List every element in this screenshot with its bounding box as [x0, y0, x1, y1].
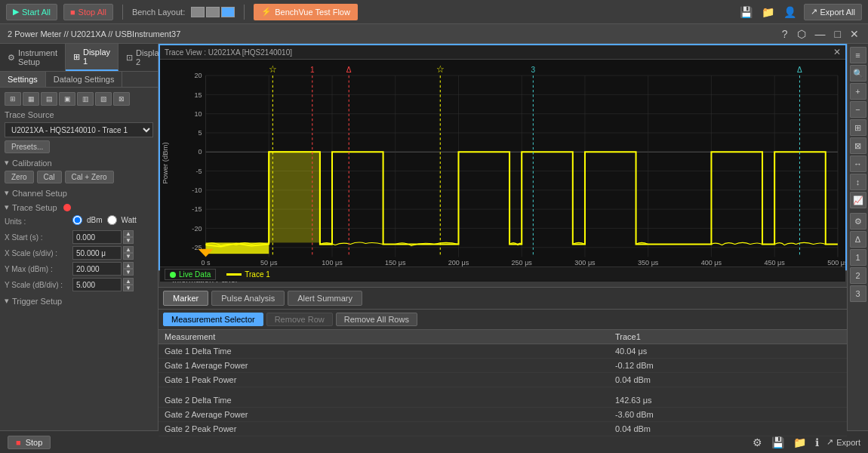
icon1[interactable]: ⊞: [5, 92, 21, 106]
bench-icon-2[interactable]: [206, 7, 220, 17]
export-all-button[interactable]: ↗ Export All: [804, 4, 862, 20]
display1-icon: ⊞: [73, 52, 80, 62]
y-max-up[interactable]: ▲: [123, 262, 134, 269]
y-max-down[interactable]: ▼: [123, 269, 134, 276]
cal-zero-button[interactable]: Cal + Zero: [65, 171, 114, 183]
x-scale-up[interactable]: ▲: [123, 246, 134, 253]
trace-active-dot: [63, 204, 71, 211]
measurement-selector-button[interactable]: Measurement Selector: [163, 313, 263, 326]
remove-row-button[interactable]: Remove Row: [266, 313, 333, 326]
units-row: Units : dBm Watt: [5, 215, 153, 228]
x-scale-down[interactable]: ▼: [123, 253, 134, 260]
icon4[interactable]: ▣: [59, 92, 75, 106]
bench-icon-3[interactable]: [221, 7, 235, 17]
status-info-icon[interactable]: ℹ: [814, 435, 820, 450]
rs-btn-fit[interactable]: ⊞: [850, 119, 866, 136]
cal-button[interactable]: Cal: [37, 171, 62, 183]
table-row: Gate 2 Delta Time142.63 μs: [159, 393, 847, 408]
rs-btn-zoom-in[interactable]: +: [850, 83, 866, 100]
trigger-setup-header[interactable]: ▾ Trigger Setup: [5, 296, 153, 306]
svg-text:3: 3: [531, 66, 536, 74]
remove-all-rows-button[interactable]: Remove All Rows: [336, 313, 417, 326]
rs-btn-2[interactable]: 2: [850, 267, 866, 284]
meas-value: 0.04 dBm: [609, 421, 847, 436]
units-dbm-radio[interactable]: [72, 215, 82, 225]
user-icon[interactable]: 👤: [782, 5, 798, 20]
icon3[interactable]: ▤: [41, 92, 57, 106]
info-tab-marker[interactable]: Marker: [163, 291, 208, 306]
rs-btn-vert[interactable]: ↕: [850, 174, 866, 190]
datalog-tab[interactable]: Datalog Settings: [46, 72, 123, 87]
rs-btn-delta[interactable]: Δ: [850, 231, 866, 248]
bench-icon-1[interactable]: [191, 7, 205, 17]
folder-icon[interactable]: 📁: [760, 5, 776, 20]
presets-button[interactable]: Presets...: [5, 140, 50, 153]
maximize-icon[interactable]: □: [833, 26, 842, 42]
y-scale-down[interactable]: ▼: [123, 285, 134, 291]
save-icon[interactable]: 💾: [738, 5, 754, 20]
stop-all-button[interactable]: ■ Stop All: [63, 4, 113, 20]
export-button[interactable]: ↗ Export: [826, 437, 860, 447]
info-tab-alert[interactable]: Alert Summary: [288, 291, 362, 306]
x-start-value: ▲ ▼: [72, 230, 134, 244]
status-save-icon[interactable]: 💾: [770, 435, 786, 450]
tab-display1[interactable]: ⊞ Display 1: [66, 44, 119, 71]
benchvue-button[interactable]: ⚡ BenchVue Test Flow: [254, 4, 358, 20]
stop-button[interactable]: ■ Stop: [8, 436, 51, 449]
rs-btn-horiz[interactable]: ↔: [850, 156, 866, 172]
icon6[interactable]: ▧: [95, 92, 112, 106]
trace-source-select[interactable]: U2021XA - HQS2140010 - Trace 1: [5, 122, 153, 137]
rs-btn-zoom-out[interactable]: −: [850, 101, 866, 118]
tab-instrument-setup[interactable]: ⚙ Instrument Setup: [0, 44, 66, 71]
icon5[interactable]: ▥: [77, 92, 94, 106]
svg-text:5: 5: [198, 129, 202, 137]
channel-setup-header[interactable]: ▾ Channel Setup: [5, 188, 153, 198]
trace-setup-header[interactable]: ▾ Trace Setup: [5, 202, 153, 212]
x-start-label: X Start (s) :: [5, 233, 72, 242]
x-scale-value: ▲ ▼: [72, 246, 134, 260]
rs-btn-cross[interactable]: ⊠: [850, 137, 866, 154]
start-all-button[interactable]: ▶ Start All: [6, 4, 57, 20]
x-start-down[interactable]: ▼: [123, 237, 134, 244]
x-scale-input[interactable]: [72, 246, 122, 260]
rs-btn-menu[interactable]: ≡: [850, 47, 866, 63]
status-folder-icon[interactable]: 📁: [792, 435, 808, 450]
svg-text:15: 15: [194, 91, 202, 98]
units-watt-radio[interactable]: [107, 215, 117, 225]
col-measurement: Measurement: [159, 330, 609, 344]
close-icon[interactable]: ✕: [848, 26, 860, 42]
trace-close-button[interactable]: ✕: [833, 47, 841, 57]
zero-button[interactable]: Zero: [5, 171, 34, 183]
separator: [122, 5, 123, 20]
trace-source-header: Trace Source: [5, 110, 153, 119]
rs-btn-1[interactable]: 1: [850, 249, 866, 266]
instrument-tabs: ⚙ Instrument Setup ⊞ Display 1 ⊡ Display…: [0, 44, 158, 72]
x-start-input[interactable]: [72, 230, 122, 244]
y-max-input[interactable]: [72, 262, 122, 276]
external-icon[interactable]: ⬡: [796, 26, 808, 42]
info-panel: ▾ Information Panel Marker Pulse Analysi…: [159, 270, 847, 436]
calibration-header[interactable]: ▾ Calibration: [5, 158, 153, 168]
minimize-icon[interactable]: —: [814, 26, 827, 42]
rs-btn-3[interactable]: 3: [850, 285, 866, 302]
y-scale-input[interactable]: [72, 278, 122, 291]
table-row: Gate 1 Average Power-0.12 dBm: [159, 359, 847, 373]
icon2[interactable]: ▦: [23, 92, 39, 106]
icon7[interactable]: ⊠: [113, 92, 130, 106]
svg-text:-5: -5: [195, 168, 202, 175]
settings-tab[interactable]: Settings: [0, 72, 46, 87]
rs-btn-chart[interactable]: 📈: [850, 192, 866, 208]
info-tab-pulse[interactable]: Pulse Analysis: [211, 291, 285, 306]
x-start-up[interactable]: ▲: [123, 230, 134, 237]
help-icon[interactable]: ?: [780, 26, 790, 42]
col-trace1: Trace1: [609, 330, 847, 344]
chevron-icon: ▾: [5, 158, 9, 168]
rs-btn-settings[interactable]: ⚙: [850, 213, 866, 230]
y-scale-up[interactable]: ▲: [123, 278, 134, 285]
meas-value: 0.04 dBm: [609, 373, 847, 387]
svg-text:300 μs: 300 μs: [574, 259, 596, 267]
status-gear-icon[interactable]: ⚙: [751, 435, 764, 450]
rs-btn-search[interactable]: 🔍: [850, 65, 866, 82]
units-label: Units :: [5, 217, 72, 226]
panel-tabs: Settings Datalog Settings: [0, 72, 158, 88]
